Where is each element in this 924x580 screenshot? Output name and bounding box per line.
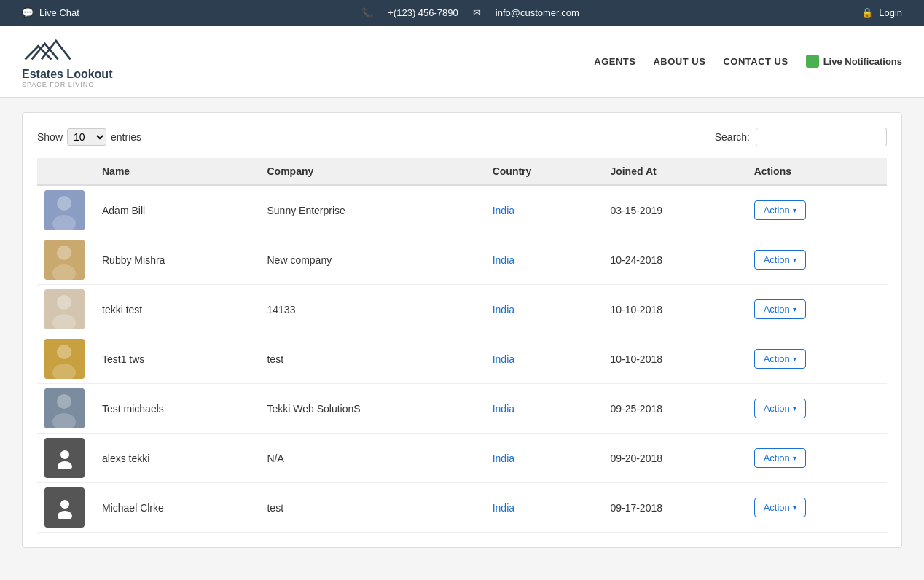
avatar-cell [37, 185, 92, 235]
email-address: info@customer.com [496, 7, 579, 18]
table-header: Name Company Country Joined At Actions [37, 158, 887, 185]
entries-label: entries [111, 131, 141, 143]
country-link[interactable]: India [493, 304, 514, 316]
cell-joined: 09-20-2018 [600, 434, 743, 483]
country-link[interactable]: India [493, 205, 514, 216]
country-link[interactable]: India [493, 403, 514, 415]
cell-name: Test michaels [92, 384, 257, 434]
cell-name: Michael Clrke [92, 483, 257, 533]
action-button[interactable]: Action [754, 299, 806, 319]
cell-company: Sunny Enterprise [257, 185, 482, 235]
cell-name: alexs tekki [92, 434, 257, 483]
cell-company: New company [257, 235, 482, 285]
entries-select[interactable]: 10 25 50 100 [67, 128, 106, 146]
cell-joined: 03-15-2019 [600, 185, 743, 235]
chevron-down-icon [793, 355, 796, 363]
svg-point-15 [57, 394, 71, 409]
avatar-cell [37, 434, 92, 483]
notification-area: Live Notifications [806, 55, 902, 68]
action-button[interactable]: Action [754, 349, 806, 369]
nav-about-us[interactable]: ABOUT US [653, 56, 705, 67]
cell-country: India [482, 334, 600, 384]
col-actions: Actions [744, 158, 887, 185]
table-row: Adam BillSunny EnterpriseIndia03-15-2019… [37, 185, 887, 235]
table-row: Test michaelsTekki Web SolutionSIndia09-… [37, 384, 887, 434]
col-company: Company [257, 158, 482, 185]
action-button[interactable]: Action [754, 498, 806, 517]
cell-name: Rubby Mishra [92, 235, 257, 285]
email-icon: ✉ [473, 7, 481, 18]
chevron-down-icon [793, 256, 796, 264]
phone-number: +(123) 456-7890 [388, 7, 458, 18]
cell-country: India [482, 384, 600, 434]
cell-country: India [482, 285, 600, 334]
live-chat-link[interactable]: Live Chat [39, 7, 79, 18]
avatar-image [44, 240, 85, 280]
avatar-image [44, 190, 85, 230]
svg-point-9 [57, 295, 71, 310]
logo-icon [22, 34, 87, 71]
top-bar: 💬 Live Chat 📞 +(123) 456-7890 ✉ info@cus… [0, 0, 924, 26]
chevron-down-icon [793, 305, 796, 313]
cell-actions: Action [744, 334, 887, 384]
nav-agents[interactable]: AGENTS [594, 56, 635, 67]
action-button[interactable]: Action [754, 399, 806, 418]
table-controls: Show 10 25 50 100 entries Search: [37, 128, 887, 146]
cell-company: test [257, 334, 482, 384]
chat-icon: 💬 [22, 7, 34, 18]
svg-point-12 [57, 345, 71, 359]
cell-country: India [482, 185, 600, 235]
cell-country: India [482, 235, 600, 285]
phone-icon: 📞 [361, 7, 373, 18]
cell-name: Test1 tws [92, 334, 257, 384]
top-bar-right: 🔒 Login [861, 7, 902, 18]
search-input[interactable] [756, 128, 887, 146]
action-button[interactable]: Action [754, 200, 806, 220]
avatar-cell [37, 483, 92, 533]
agents-table: Name Company Country Joined At Actions A… [37, 158, 887, 533]
chevron-down-icon [793, 206, 796, 214]
login-link[interactable]: Login [879, 7, 902, 18]
nav-contact-us[interactable]: CONTACT US [723, 56, 788, 67]
country-link[interactable]: India [493, 353, 514, 365]
cell-actions: Action [744, 483, 887, 533]
main-nav: AGENTS ABOUT US CONTACT US Live Notifica… [594, 55, 902, 68]
cell-joined: 09-17-2018 [600, 483, 743, 533]
svg-point-19 [60, 500, 69, 509]
cell-joined: 09-25-2018 [600, 384, 743, 434]
cell-name: Adam Bill [92, 185, 257, 235]
col-country: Country [482, 158, 600, 185]
svg-point-6 [57, 246, 71, 260]
svg-point-3 [57, 196, 71, 211]
logo-area: Estates Lookout SPACE FOR LIVING [22, 34, 112, 88]
col-avatar [37, 158, 92, 185]
country-link[interactable]: India [493, 452, 514, 464]
table-row: tekki test14133India10-10-2018Action [37, 285, 887, 334]
table-row: Test1 twstestIndia10-10-2018Action [37, 334, 887, 384]
top-bar-center: 📞 +(123) 456-7890 ✉ info@customer.com [361, 7, 579, 18]
show-entries: Show 10 25 50 100 entries [37, 128, 141, 146]
svg-point-1 [37, 45, 40, 48]
cell-actions: Action [744, 384, 887, 434]
cell-joined: 10-24-2018 [600, 235, 743, 285]
country-link[interactable]: India [493, 254, 514, 266]
notification-label[interactable]: Live Notifications [823, 56, 902, 67]
avatar-cell [37, 285, 92, 334]
svg-point-20 [58, 511, 72, 519]
logo-sub: SPACE FOR LIVING [22, 81, 94, 88]
main-content: Show 10 25 50 100 entries Search: Name C… [22, 112, 902, 548]
show-label: Show [37, 131, 63, 143]
action-button[interactable]: Action [754, 448, 806, 468]
cell-actions: Action [744, 185, 887, 235]
cell-joined: 10-10-2018 [600, 334, 743, 384]
cell-joined: 10-10-2018 [600, 285, 743, 334]
avatar-image [44, 339, 85, 379]
svg-point-18 [58, 461, 72, 469]
cell-actions: Action [744, 235, 887, 285]
notification-icon [806, 55, 819, 68]
country-link[interactable]: India [493, 502, 514, 514]
search-area: Search: [715, 128, 887, 146]
action-button[interactable]: Action [754, 250, 806, 270]
chevron-down-icon [793, 404, 796, 412]
col-joined: Joined At [600, 158, 743, 185]
